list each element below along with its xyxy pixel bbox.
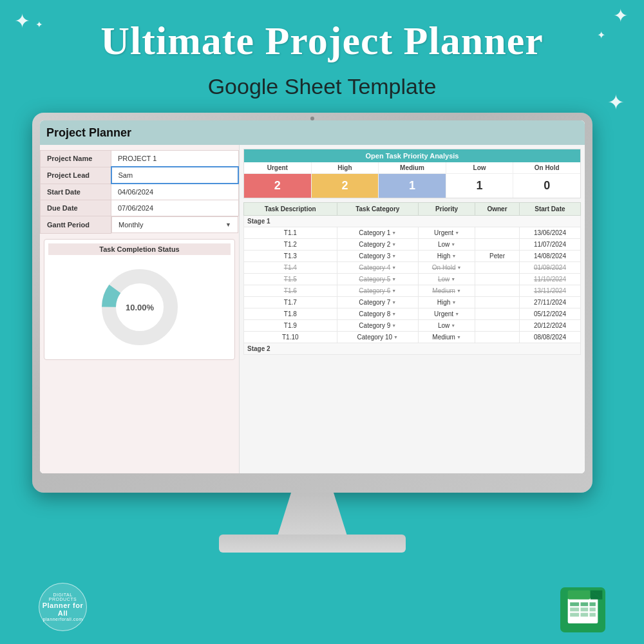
task-priority: Medium▼ <box>419 332 475 343</box>
priority-col-urgent: Urgent 2 <box>244 162 312 198</box>
task-owner <box>475 227 520 239</box>
dropdown-icon: ▼ <box>455 312 459 316</box>
value-gantt-period[interactable]: Monthly ▼ <box>111 216 238 233</box>
table-row: Start Date 04/06/2024 <box>41 184 239 200</box>
table-row: T1.2 Category 2▼ Low▼ 11/07/2024 <box>244 239 581 251</box>
stage-label: Stage 1 <box>244 216 581 227</box>
task-start-date: 05/12/2024 <box>519 308 580 320</box>
task-start-date: 27/11/2024 <box>519 297 580 308</box>
right-panel: Open Task Priority Analysis Urgent 2 Hig… <box>240 145 585 473</box>
svg-text:10.00%: 10.00% <box>125 303 154 312</box>
donut-svg: 10.00% <box>98 265 182 349</box>
task-start-date: 01/09/2024 <box>519 262 580 274</box>
value-project-name: PROJECT 1 <box>111 151 239 167</box>
page-title: Ultimate Project Planner <box>0 18 644 64</box>
task-priority: Urgent▼ <box>419 227 475 239</box>
gantt-period-value: Monthly <box>118 221 144 229</box>
monitor-container: Project Planner Project Name PROJECT 1 P… <box>32 113 612 551</box>
screen-content: Project Planner Project Name PROJECT 1 P… <box>40 120 585 473</box>
dropdown-icon: ▼ <box>392 323 396 328</box>
task-owner <box>475 262 520 274</box>
table-row: T1.10 Category 10▼ Medium▼ 08/08/2024 <box>244 332 581 343</box>
col-task-desc: Task Description <box>244 203 337 216</box>
dropdown-icon: ▼ <box>392 265 396 270</box>
svg-rect-11 <box>570 613 579 617</box>
task-category: Category 7▼ <box>337 297 418 308</box>
table-row: T1.9 Category 9▼ Low▼ 20/12/2024 <box>244 320 581 332</box>
priority-analysis-box: Open Task Priority Analysis Urgent 2 Hig… <box>243 149 581 198</box>
medium-label: Medium <box>379 162 446 174</box>
dropdown-icon: ▼ <box>451 323 455 328</box>
table-row: T1.1 Category 1▼ Urgent▼ 13/06/2024 <box>244 227 581 239</box>
value-due-date: 07/06/2024 <box>111 200 239 216</box>
monitor-base <box>219 535 406 553</box>
svg-rect-14 <box>568 591 591 600</box>
svg-rect-6 <box>581 602 589 606</box>
task-id: T1.9 <box>244 320 337 332</box>
task-priority: Low▼ <box>419 274 475 285</box>
info-table: Project Name PROJECT 1 Project Lead Sam … <box>40 150 239 234</box>
svg-rect-9 <box>581 608 589 612</box>
task-id: T1.1 <box>244 227 337 239</box>
high-label: High <box>312 162 379 174</box>
task-category: Category 4▼ <box>337 262 418 274</box>
label-project-name: Project Name <box>41 151 111 167</box>
table-row: Project Lead Sam <box>41 167 239 184</box>
task-id: T1.4 <box>244 262 337 274</box>
left-panel: Project Name PROJECT 1 Project Lead Sam … <box>40 145 240 473</box>
table-row: Project Name PROJECT 1 <box>41 151 239 167</box>
dropdown-icon: ▼ <box>451 242 455 247</box>
medium-value: 1 <box>379 174 446 198</box>
priority-col-onhold: On Hold 0 <box>513 162 580 198</box>
col-start-date: Start Date <box>519 203 580 216</box>
brand-top-text: DIGITAL PRODUCTS <box>39 592 86 601</box>
dropdown-icon: ▼ <box>392 312 396 316</box>
task-id: T1.2 <box>244 239 337 251</box>
dropdown-icon: ▼ <box>392 289 396 293</box>
task-start-date: 11/07/2024 <box>519 239 580 251</box>
task-category: Category 3▼ <box>337 251 418 262</box>
low-value: 1 <box>446 174 513 198</box>
branding-circle: DIGITAL PRODUCTS Planner for All planner… <box>39 583 87 631</box>
task-category: Category 2▼ <box>337 239 418 251</box>
dropdown-icon: ▼ <box>451 300 456 305</box>
svg-rect-5 <box>570 602 579 606</box>
label-start-date: Start Date <box>41 184 111 200</box>
task-start-date: 08/08/2024 <box>519 332 580 343</box>
priority-col-medium: Medium 1 <box>379 162 446 198</box>
task-owner <box>475 320 520 332</box>
dropdown-icon: ▼ <box>457 289 461 293</box>
brand-bottom-text: plannerforall.com <box>43 617 82 621</box>
urgent-label: Urgent <box>244 162 311 174</box>
task-id: T1.6 <box>244 285 337 297</box>
task-completion-title: Task Completion Status <box>48 243 231 255</box>
task-table: Task Description Task Category Priority … <box>243 202 581 355</box>
task-priority: High▼ <box>419 297 475 308</box>
svg-rect-8 <box>570 608 579 612</box>
label-gantt-period: Gantt Period <box>41 216 111 234</box>
task-owner: Peter <box>475 251 520 262</box>
low-label: Low <box>446 162 513 174</box>
value-project-lead[interactable]: Sam <box>111 167 239 184</box>
monitor-neck <box>277 493 348 538</box>
task-owner <box>475 297 520 308</box>
donut-chart: 10.00% <box>48 259 231 355</box>
stage-row: Stage 2 <box>244 343 581 355</box>
task-priority: High▼ <box>419 251 475 262</box>
task-category: Category 6▼ <box>337 285 418 297</box>
task-start-date: 11/10/2024 <box>519 274 580 285</box>
task-start-date: 20/12/2024 <box>519 320 580 332</box>
dropdown-icon: ▼ <box>392 300 396 305</box>
stage-row: Stage 1 <box>244 216 581 227</box>
table-row: T1.4 Category 4▼ On Hold▼ 01/09/2024 <box>244 262 581 274</box>
table-header-row: Task Description Task Category Priority … <box>244 203 581 216</box>
onhold-value: 0 <box>513 174 580 198</box>
task-owner <box>475 308 520 320</box>
task-priority: On Hold▼ <box>419 262 475 274</box>
dropdown-icon: ▼ <box>457 265 461 270</box>
col-priority: Priority <box>419 203 475 216</box>
label-project-lead: Project Lead <box>41 167 111 184</box>
sheet-title: Project Planner <box>46 126 131 140</box>
svg-rect-13 <box>590 613 596 617</box>
task-start-date: 13/06/2024 <box>519 227 580 239</box>
